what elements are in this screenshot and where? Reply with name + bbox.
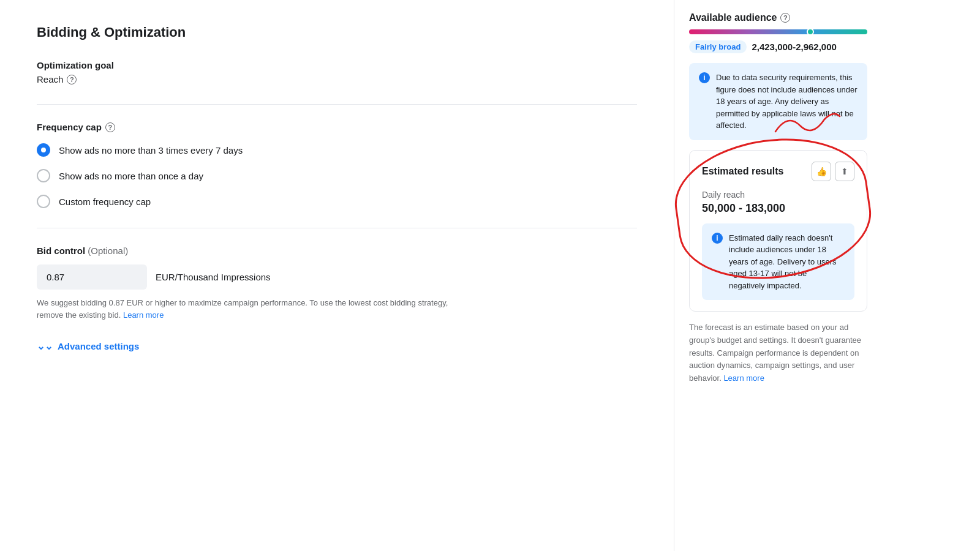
audience-bar-indicator bbox=[807, 28, 814, 36]
info-icon-2: i bbox=[712, 233, 723, 244]
share-button[interactable]: ⬆ bbox=[835, 162, 854, 181]
chevron-down-icon: ⌄⌄ bbox=[37, 340, 53, 352]
audience-range: 2,423,000-2,962,000 bbox=[752, 42, 836, 52]
bid-input-row: EUR/Thousand Impressions bbox=[37, 264, 637, 290]
frequency-option-2[interactable]: Show ads no more than once a day bbox=[37, 169, 637, 182]
divider-1 bbox=[37, 104, 637, 105]
estimated-results-info-box: i Estimated daily reach doesn't include … bbox=[702, 223, 854, 301]
advanced-settings-toggle[interactable]: ⌄⌄ Advanced settings bbox=[37, 340, 637, 352]
radio-2[interactable] bbox=[37, 169, 50, 182]
bid-input[interactable] bbox=[37, 264, 147, 290]
advanced-settings-label: Advanced settings bbox=[58, 341, 139, 351]
like-button[interactable]: 👍 bbox=[812, 162, 831, 181]
frequency-cap-help-icon[interactable]: ? bbox=[105, 122, 115, 132]
estimated-results-card: Estimated results 👍 ⬆ Daily reach 50,000… bbox=[689, 150, 867, 312]
daily-reach-label: Daily reach bbox=[702, 190, 854, 200]
bid-hint-text: We suggest bidding 0.87 EUR or higher to… bbox=[37, 297, 466, 321]
frequency-option-3[interactable]: Custom frequency cap bbox=[37, 195, 637, 208]
frequency-cap-label: Frequency cap ? bbox=[37, 122, 637, 132]
fairly-broad-badge: Fairly broad bbox=[689, 40, 747, 53]
sidebar: Available audience ? Fairly broad 2,423,… bbox=[674, 0, 882, 551]
bid-learn-more-link[interactable]: Learn more bbox=[123, 310, 164, 320]
radio-label-1: Show ads no more than 3 times every 7 da… bbox=[59, 145, 243, 156]
available-audience-title: Available audience ? bbox=[689, 12, 867, 23]
bid-control-label: Bid control (Optional) bbox=[37, 246, 637, 256]
estimated-results-actions: 👍 ⬆ bbox=[812, 162, 854, 181]
audience-bar bbox=[689, 29, 867, 34]
radio-1[interactable] bbox=[37, 143, 50, 157]
estimated-results-title: Estimated results bbox=[702, 166, 783, 177]
red-squiggle-annotation bbox=[769, 107, 843, 138]
estimated-results-info-text: Estimated daily reach doesn't include au… bbox=[729, 232, 845, 292]
radio-label-3: Custom frequency cap bbox=[59, 197, 151, 207]
audience-label-row: Fairly broad 2,423,000-2,962,000 bbox=[689, 40, 867, 53]
optimization-goal-label: Optimization goal bbox=[37, 60, 637, 70]
optimization-goal-value: Reach ? bbox=[37, 74, 637, 84]
estimated-results-header: Estimated results 👍 ⬆ bbox=[702, 162, 854, 181]
info-icon-1: i bbox=[699, 72, 710, 83]
optimization-goal-help-icon[interactable]: ? bbox=[67, 75, 77, 84]
available-audience-help-icon[interactable]: ? bbox=[780, 13, 790, 23]
share-icon: ⬆ bbox=[841, 167, 848, 176]
bid-control-section: Bid control (Optional) EUR/Thousand Impr… bbox=[37, 246, 637, 321]
forecast-text: The forecast is an estimate based on you… bbox=[689, 321, 867, 385]
thumb-up-icon: 👍 bbox=[816, 167, 827, 176]
forecast-learn-more-link[interactable]: Learn more bbox=[723, 373, 764, 383]
radio-label-2: Show ads no more than once a day bbox=[59, 171, 203, 181]
frequency-option-1[interactable]: Show ads no more than 3 times every 7 da… bbox=[37, 143, 637, 157]
page-title: Bidding & Optimization bbox=[37, 24, 637, 40]
frequency-cap-section: Frequency cap ? Show ads no more than 3 … bbox=[37, 122, 637, 208]
optimization-goal-section: Optimization goal Reach ? bbox=[37, 60, 637, 84]
divider-2 bbox=[37, 228, 637, 228]
daily-reach-value: 50,000 - 183,000 bbox=[702, 202, 854, 215]
radio-3[interactable] bbox=[37, 195, 50, 208]
bid-unit-label: EUR/Thousand Impressions bbox=[156, 272, 271, 282]
estimated-results-wrapper: Estimated results 👍 ⬆ Daily reach 50,000… bbox=[689, 150, 867, 312]
